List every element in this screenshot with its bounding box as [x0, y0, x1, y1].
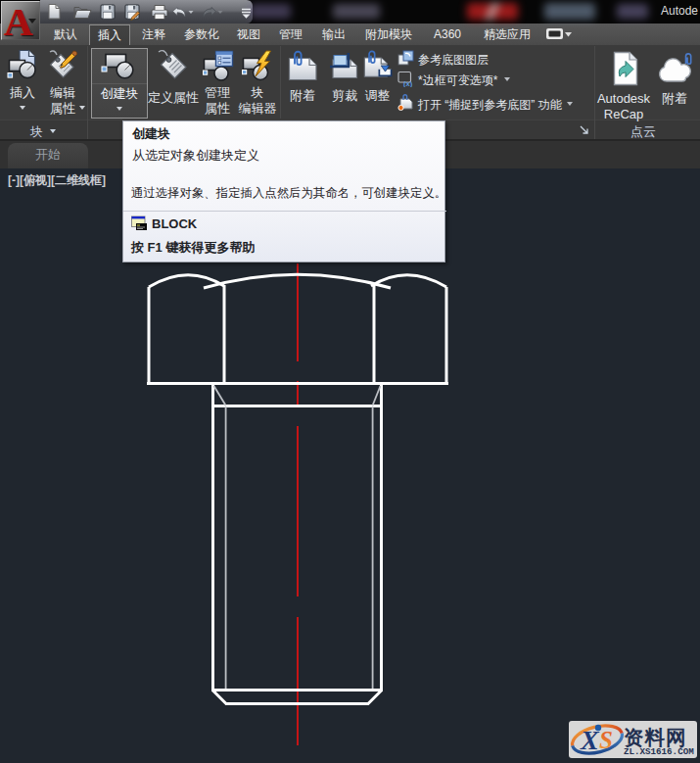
- svg-text:S: S: [599, 727, 613, 753]
- svg-text:ZL.XS1616.COM: ZL.XS1616.COM: [624, 746, 694, 757]
- svg-text:X: X: [580, 725, 600, 755]
- svg-text:(x): (x): [403, 79, 413, 88]
